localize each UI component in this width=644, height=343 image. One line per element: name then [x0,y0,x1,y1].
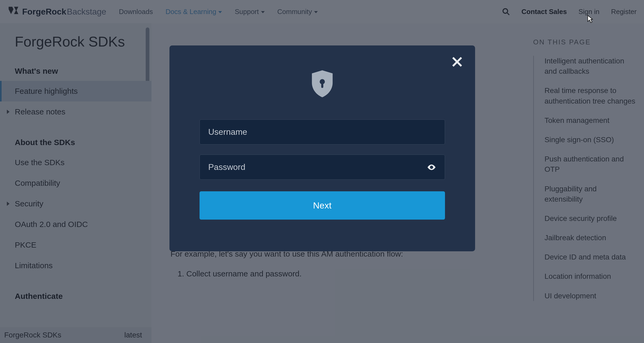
shield-lock-icon [185,69,459,98]
mouse-cursor-icon [587,15,593,23]
username-input[interactable] [208,127,436,137]
next-button[interactable]: Next [200,191,445,220]
close-icon[interactable] [451,55,463,68]
password-field-wrap[interactable] [200,155,445,180]
login-modal: Next [169,45,475,251]
username-field-wrap[interactable] [200,119,445,145]
password-input[interactable] [208,162,423,172]
show-password-icon[interactable] [427,163,436,172]
svg-point-6 [431,166,432,168]
svg-rect-5 [321,83,323,88]
